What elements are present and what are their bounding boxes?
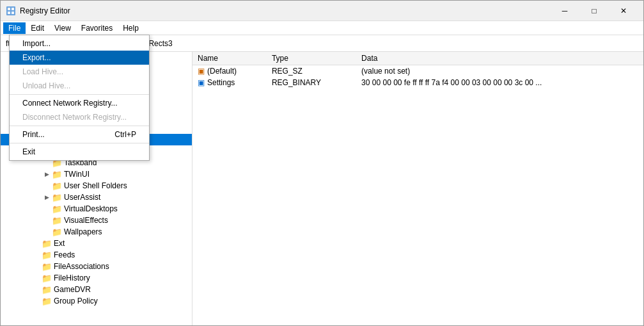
tree-label: Feeds	[54, 250, 75, 259]
cell-data: 30 00 00 00 fe ff ff ff 7a f4 00 00 03 0…	[356, 77, 643, 88]
menu-item-label: Import...	[22, 39, 51, 48]
dropdown-menu-item: Load Hive...	[10, 65, 149, 79]
title-bar: Registry Editor ─ □ ✕	[1, 1, 643, 21]
folder-icon: 📁	[52, 204, 62, 214]
minimize-button[interactable]: ─	[550, 1, 579, 21]
expand-icon[interactable]: ▶	[42, 192, 52, 202]
cell-name: ▣ Settings	[192, 77, 267, 88]
cell-type: REG_BINARY	[267, 77, 356, 88]
tree-label: Group Policy	[54, 297, 98, 306]
menu-item-label: Load Hive...	[22, 67, 63, 76]
menu-separator	[10, 143, 149, 143]
tree-label: TWinUI	[64, 170, 90, 179]
tree-label: GameDVR	[54, 285, 91, 294]
tree-item[interactable]: 📁 Group Policy	[1, 295, 192, 307]
menu-bar: File Edit View Favorites Help	[1, 21, 643, 35]
tree-label: Ext	[54, 239, 65, 248]
menu-item-label: Print...	[22, 130, 45, 139]
detail-table: Name Type Data ▣ (Default) REG_SZ (value…	[192, 52, 643, 88]
tree-label: UserAssist	[64, 193, 100, 202]
tree-label: User Shell Folders	[64, 181, 127, 190]
folder-icon: 📁	[52, 181, 62, 191]
folder-icon: 📁	[42, 284, 52, 295]
reg-type-icon: ▣	[198, 67, 205, 76]
menu-item-label: Connect Network Registry...	[22, 99, 118, 108]
menu-item-label: Exit	[22, 147, 35, 156]
table-row[interactable]: ▣ Settings REG_BINARY 30 00 00 00 fe ff …	[192, 77, 643, 88]
menu-item-label: Unload Hive...	[22, 81, 70, 90]
tree-item[interactable]: 📁 Ext	[1, 238, 192, 249]
menu-edit[interactable]: Edit	[26, 22, 49, 34]
tree-label: Wallpapers	[64, 227, 102, 236]
svg-rect-4	[12, 12, 14, 14]
expand-icon[interactable]: ▶	[42, 169, 52, 179]
tree-label: VirtualDesktops	[64, 204, 118, 213]
dropdown-menu-item[interactable]: Connect Network Registry...	[10, 96, 149, 110]
folder-icon: 📁	[42, 250, 52, 260]
dropdown-menu-item: Disconnect Network Registry...	[10, 110, 149, 124]
window-title: Registry Editor	[20, 6, 550, 15]
svg-rect-1	[8, 8, 10, 10]
tree-item[interactable]: 📁 Wallpapers	[1, 226, 192, 238]
col-type: Type	[267, 52, 356, 65]
dropdown-menu-item: Unload Hive...	[10, 79, 149, 93]
menu-item-label: Export...	[22, 53, 51, 62]
dropdown-menu-item[interactable]: Export...	[10, 51, 149, 65]
folder-icon: 📁	[42, 261, 52, 272]
col-name: Name	[192, 52, 267, 65]
tree-label: FileAssociations	[54, 262, 109, 271]
close-button[interactable]: ✕	[609, 1, 638, 21]
app-icon	[6, 6, 16, 16]
dropdown-menu-item[interactable]: Print... Ctrl+P	[10, 127, 149, 142]
registry-editor-window: Registry Editor ─ □ ✕ File Edit View Fav…	[0, 0, 644, 326]
tree-item[interactable]: 📁 FileAssociations	[1, 261, 192, 272]
menu-separator	[10, 126, 149, 126]
tree-item[interactable]: 📁 VirtualDesktops	[1, 203, 192, 215]
menu-view[interactable]: View	[49, 22, 76, 34]
tree-item[interactable]: 📁 GameDVR	[1, 284, 192, 295]
tree-label: VisualEffects	[64, 216, 108, 225]
menu-item-label: Disconnect Network Registry...	[22, 113, 127, 122]
reg-entry-icon: ▣ (Default)	[198, 67, 237, 76]
dropdown-menu-item[interactable]: Import...	[10, 37, 149, 51]
window-controls: ─ □ ✕	[550, 1, 638, 21]
tree-label: FileHistory	[54, 273, 90, 282]
menu-favorites[interactable]: Favorites	[76, 22, 118, 34]
tree-item[interactable]: 📁 FileHistory	[1, 272, 192, 284]
maximize-button[interactable]: □	[579, 1, 609, 21]
reg-entry-icon: ▣ Settings	[198, 78, 235, 87]
menu-separator	[10, 94, 149, 95]
cell-data: (value not set)	[356, 65, 643, 77]
reg-type-icon: ▣	[198, 78, 205, 87]
folder-icon: 📁	[52, 215, 62, 225]
folder-icon: 📁	[52, 227, 62, 237]
tree-item[interactable]: 📁 User Shell Folders	[1, 180, 192, 192]
cell-type: REG_SZ	[267, 65, 356, 77]
menu-item-shortcut: Ctrl+P	[114, 130, 136, 139]
tree-item[interactable]: 📁 VisualEffects	[1, 215, 192, 226]
folder-icon: 📁	[42, 238, 52, 249]
cell-name: ▣ (Default)	[192, 65, 267, 77]
dropdown-menu-item[interactable]: Exit	[10, 145, 149, 159]
detail-panel[interactable]: Name Type Data ▣ (Default) REG_SZ (value…	[192, 52, 643, 325]
file-dropdown-menu: Import... Export... Load Hive... Unload …	[9, 35, 150, 161]
menu-file[interactable]: File	[3, 22, 26, 34]
tree-item[interactable]: 📁 Feeds	[1, 249, 192, 261]
tree-item[interactable]: ▶ 📁 TWinUI	[1, 168, 192, 180]
folder-icon: 📁	[42, 296, 52, 306]
tree-item[interactable]: ▶ 📁 UserAssist	[1, 192, 192, 203]
col-data: Data	[356, 52, 643, 65]
folder-icon: 📁	[52, 169, 62, 179]
svg-rect-3	[8, 12, 10, 14]
menu-help[interactable]: Help	[118, 22, 144, 34]
svg-rect-2	[12, 8, 14, 10]
table-row[interactable]: ▣ (Default) REG_SZ (value not set)	[192, 65, 643, 77]
folder-icon: 📁	[42, 273, 52, 283]
folder-icon: 📁	[52, 192, 62, 202]
